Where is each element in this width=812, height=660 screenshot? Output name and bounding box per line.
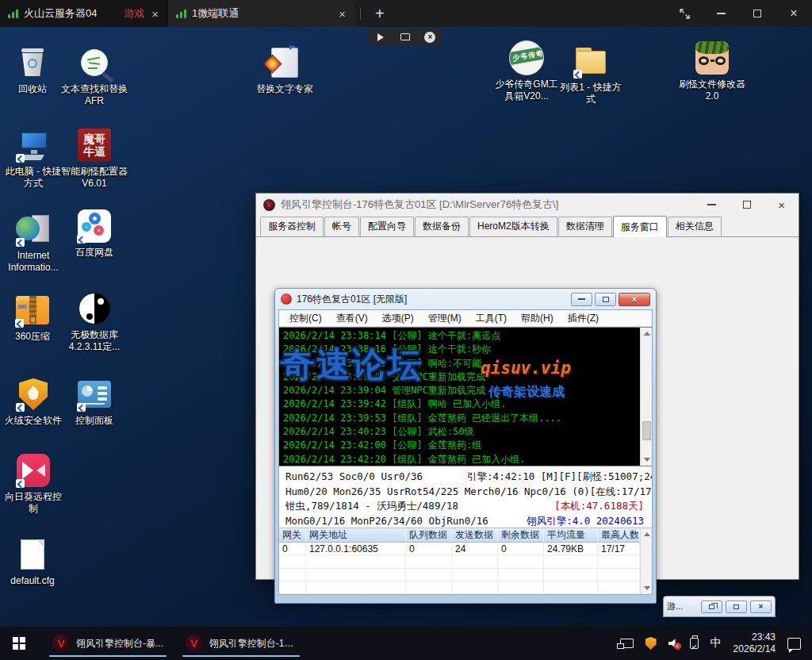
app-icon: V bbox=[186, 635, 203, 652]
log-line: 2026/2/14 23:39:53 [组队] 金莲熬药 已经退出了本组.... bbox=[283, 412, 640, 425]
minimize-button[interactable] bbox=[703, 0, 739, 27]
tab-accounts[interactable]: 帐号 bbox=[324, 217, 359, 236]
menu-control[interactable]: 控制(C) bbox=[282, 312, 329, 325]
close-button[interactable]: × bbox=[619, 293, 650, 306]
tab-close-icon[interactable]: × bbox=[337, 7, 347, 21]
date: 2026/2/14 bbox=[733, 643, 776, 655]
shortcut-arrow-icon bbox=[16, 479, 25, 488]
mdi-titlebar[interactable]: 176特色复古01区 [无限版] × bbox=[278, 289, 653, 309]
usb-device-icon[interactable] bbox=[690, 638, 699, 649]
menu-options[interactable]: 选项(P) bbox=[375, 312, 421, 325]
desktop-icon-replace-text-expert[interactable]: 替换文字专家 bbox=[251, 44, 319, 95]
tab-close-icon[interactable]: × bbox=[150, 7, 160, 21]
remote-tab-server[interactable]: 火山云服务器04 游戏 × bbox=[0, 0, 168, 27]
play-pointer-icon[interactable] bbox=[375, 32, 386, 43]
desktop-icon-shaoye-gm-toolbox[interactable]: 少爷传奇 少爷传奇GM工具箱V20... bbox=[490, 40, 563, 102]
clock[interactable]: 23:43 2026/2/14 bbox=[733, 631, 776, 655]
desktop-icon-default-cfg[interactable]: default.cfg bbox=[5, 536, 60, 587]
signal-icon bbox=[8, 9, 18, 18]
tab-herom2-convert[interactable]: HeroM2版本转换 bbox=[469, 217, 557, 236]
desktop-icon-monster-file-editor[interactable]: 刷怪文件修改器2.0 bbox=[676, 40, 749, 102]
tab-service-window[interactable]: 服务窗口 bbox=[613, 216, 667, 237]
scroll-up-icon[interactable] bbox=[644, 332, 650, 336]
menu-manage[interactable]: 管理(M) bbox=[421, 312, 469, 325]
log-line: 2026/2/14 23:38:31 [公聊] 啊哈:不可能 bbox=[283, 357, 640, 370]
desktop-icon-360zip[interactable]: 360 ZIP 360压缩 bbox=[5, 292, 60, 343]
remote-tab-client[interactable]: 1微端联通 × bbox=[168, 0, 355, 27]
maximize-button[interactable] bbox=[595, 293, 616, 306]
restore-button[interactable] bbox=[701, 601, 722, 613]
desktop-icon-control-panel[interactable]: 控制面板 bbox=[63, 376, 125, 427]
gateway-table-empty-row bbox=[279, 569, 640, 581]
folder-icon bbox=[573, 43, 609, 79]
shortcut-arrow-icon bbox=[16, 154, 25, 163]
capture-toolbar: × bbox=[368, 29, 442, 45]
menu-plugins[interactable]: 插件(Z) bbox=[561, 312, 606, 325]
desktop-icon-baidu-netdisk[interactable]: 百度网盘 bbox=[63, 208, 125, 259]
action-center-icon[interactable] bbox=[787, 638, 801, 650]
divider bbox=[360, 7, 361, 20]
fullscreen-button[interactable] bbox=[666, 0, 703, 27]
status-engine-time: 引擎:4:42:10 [M][F] bbox=[467, 470, 576, 485]
maximize-button[interactable] bbox=[739, 0, 776, 27]
desktop-icon-wuji-database[interactable]: 无极数据库4.2.3.11定... bbox=[59, 290, 130, 353]
minimize-button[interactable] bbox=[726, 601, 747, 613]
close-icon[interactable]: × bbox=[424, 32, 435, 43]
network-icon[interactable] bbox=[620, 639, 634, 648]
desktop-icon-monster-config[interactable]: 魔哥牛逼 智能刷怪配置器V6.01 bbox=[60, 127, 128, 190]
menu-help[interactable]: 帮助(H) bbox=[514, 312, 561, 325]
tab-config-wizard[interactable]: 配置向导 bbox=[360, 217, 414, 236]
gateway-table-row[interactable]: 0 127.0.0.1:60635 0 24 0 24.79KB 17/17 bbox=[279, 543, 640, 555]
console-scrollbar[interactable] bbox=[640, 328, 652, 466]
minimized-child-window[interactable]: 游... × bbox=[663, 596, 776, 617]
scroll-down-icon[interactable] bbox=[644, 458, 650, 462]
taskbar-app-engine-console-1[interactable]: V 翎风引擎控制台-暴... bbox=[44, 627, 171, 660]
desktop-icon-list1-shortcut[interactable]: 列表1 - 快捷方式 bbox=[560, 43, 622, 106]
menu-view[interactable]: 查看(V) bbox=[329, 312, 375, 325]
scroll-up-icon[interactable] bbox=[644, 532, 650, 536]
minimize-button[interactable] bbox=[707, 204, 716, 205]
tab-data-backup[interactable]: 数据备份 bbox=[415, 217, 469, 236]
desktop-icon-iis[interactable]: Internet Informatio... bbox=[2, 211, 65, 274]
desktop-icon-recycle-bin[interactable]: 回收站 bbox=[5, 44, 60, 95]
status-counts: Hum0/20 Mon26/35 UsrRot54/225 Merch0/16 … bbox=[285, 485, 590, 500]
speaker-muted-icon[interactable]: × bbox=[668, 639, 678, 648]
red-seal-icon: 魔哥牛逼 bbox=[76, 127, 113, 163]
tab-related-info[interactable]: 相关信息 bbox=[668, 217, 722, 236]
close-button[interactable]: × bbox=[776, 0, 812, 27]
log-text-area[interactable]: 2026/2/14 23:38:14 [公聊] 这个干就:离远点 2026/2/… bbox=[279, 328, 640, 466]
new-tab-button[interactable]: + bbox=[369, 5, 391, 23]
folder-diamond-icon bbox=[266, 44, 303, 81]
desktop-icon-sunflower[interactable]: 向日葵远程控制 bbox=[3, 452, 63, 515]
tab-server-control[interactable]: 服务器控制 bbox=[260, 217, 324, 236]
mdi-title: 176特色复古01区 [无限版] bbox=[297, 293, 566, 306]
ime-indicator[interactable]: 中 bbox=[710, 636, 722, 650]
recycle-bin-icon bbox=[14, 44, 51, 81]
screen-capture-icon[interactable] bbox=[400, 32, 411, 43]
zip-folder-icon: 360 ZIP bbox=[14, 292, 51, 328]
scroll-thumb[interactable] bbox=[642, 421, 651, 440]
window-titlebar[interactable]: V 翎风引擎控制台-176特色复古01区 [D:\MirServer76特色复古… bbox=[256, 194, 799, 216]
status-objects: MonG0/1/16 MonP26/34/60 ObjRun0/16 bbox=[285, 514, 488, 529]
huorong-shield-icon[interactable] bbox=[645, 637, 657, 650]
start-button[interactable] bbox=[0, 627, 38, 660]
desktop-icon-this-pc[interactable]: 此电脑 - 快捷方式 bbox=[3, 127, 63, 190]
desktop-icon-huorong[interactable]: 火绒安全软件 bbox=[2, 376, 65, 427]
tab-data-cleanup[interactable]: 数据清理 bbox=[558, 217, 612, 236]
maximize-button[interactable] bbox=[743, 201, 751, 209]
taskbar-app-engine-console-2[interactable]: V 翎风引擎控制台-17... bbox=[178, 627, 304, 660]
scroll-down-icon[interactable] bbox=[644, 586, 650, 590]
minimize-button[interactable] bbox=[571, 293, 592, 306]
console-tab-strip: 服务器控制 帐号 配置向导 数据备份 HeroM2版本转换 数据清理 服务窗口 … bbox=[256, 216, 799, 237]
remote-tab-bar: 火山云服务器04 游戏 × 1微端联通 × + × bbox=[0, 0, 812, 27]
table-scrollbar[interactable] bbox=[640, 528, 652, 594]
shortcut-arrow-icon bbox=[15, 319, 24, 328]
desktop-icon-text-find-replace[interactable]: 文本查找和替换AFR bbox=[60, 44, 128, 107]
close-button[interactable]: × bbox=[750, 601, 772, 613]
close-button[interactable]: × bbox=[778, 199, 785, 211]
shortcut-arrow-icon bbox=[77, 235, 86, 244]
engine-console-window: V 翎风引擎控制台-176特色复古01区 [D:\MirServer76特色复古… bbox=[255, 193, 799, 580]
app-logo-icon: V bbox=[263, 199, 275, 211]
tab-page: 176特色复古01区 [无限版] × 控制(C) 查看(V) 选项(P) 管理(… bbox=[256, 237, 799, 578]
menu-tools[interactable]: 工具(T) bbox=[469, 312, 514, 325]
